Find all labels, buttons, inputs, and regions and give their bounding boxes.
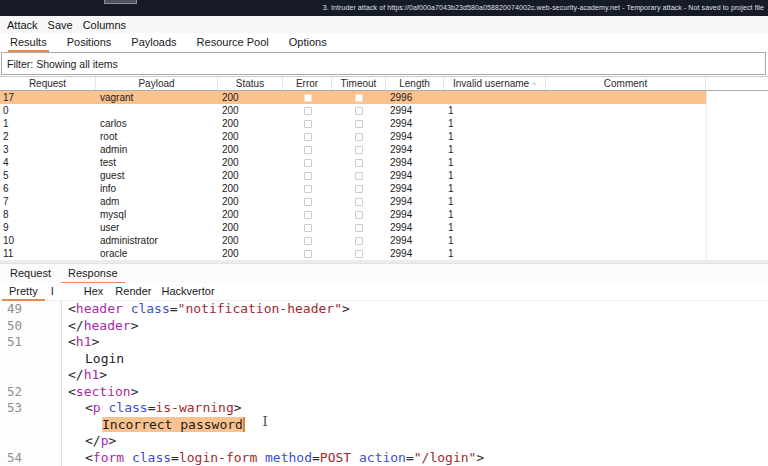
menu-item-save[interactable]: Save [48,19,73,31]
view-tab-i[interactable]: I [51,284,54,300]
error-checkbox[interactable] [304,211,312,219]
timeout-checkbox[interactable] [355,146,363,154]
cell-status: 200 [218,143,283,156]
table-row[interactable]: 4test20029941 [0,156,706,169]
cell-status: 200 [218,234,283,247]
timeout-checkbox[interactable] [355,185,363,193]
code-text: <section> [62,384,138,401]
timeout-checkbox[interactable] [355,198,363,206]
code-token: > [108,433,116,448]
view-tab-pretty[interactable]: Pretty [9,284,38,300]
column-header-timeout[interactable]: Timeout [332,77,386,90]
cell-invalid-username: 1 [444,130,546,143]
code-token: < [68,334,76,349]
line-number: 51 [0,334,62,351]
error-checkbox[interactable] [304,94,312,102]
cell-error [283,143,332,156]
error-checkbox[interactable] [304,107,312,115]
tab-positions[interactable]: Positions [67,34,112,51]
table-row[interactable]: 17vagrant2002996 [0,91,706,104]
error-checkbox[interactable] [304,224,312,232]
column-header-length[interactable]: Length [386,77,444,90]
cell-length: 2994 [386,234,444,247]
error-checkbox[interactable] [304,237,312,245]
tab-results[interactable]: Results [10,34,47,51]
view-tab-render[interactable]: Render [115,284,151,300]
table-row[interactable]: 5guest20029941 [0,169,706,182]
code-token: > [91,334,99,349]
timeout-checkbox[interactable] [355,94,363,102]
error-checkbox[interactable] [304,250,312,258]
cell-status: 200 [218,104,283,117]
table-row[interactable]: 2root20029941 [0,130,706,143]
table-row[interactable]: 7adm20029941 [0,195,706,208]
column-header-invalid-username[interactable]: Invalid username^ [444,77,546,90]
table-row[interactable]: 10administrator20029941 [0,234,706,247]
error-checkbox[interactable] [304,120,312,128]
timeout-checkbox[interactable] [355,211,363,219]
cell-length: 2994 [386,104,444,117]
timeout-checkbox[interactable] [355,133,363,141]
code-text: </header> [62,318,138,335]
view-tab-hackvertor[interactable]: Hackvertor [161,284,214,300]
tab-payloads[interactable]: Payloads [131,34,176,51]
cell-status: 200 [218,182,283,195]
table-row[interactable]: 11oracle20029941 [0,247,706,260]
cell-status: 200 [218,195,283,208]
column-header-payload[interactable]: Payload [96,77,218,90]
column-header-error[interactable]: Error [283,77,332,90]
timeout-checkbox[interactable] [355,107,363,115]
column-header-comment[interactable]: Comment [546,77,706,90]
table-row[interactable]: 9user20029941 [0,221,706,234]
timeout-checkbox[interactable] [355,159,363,167]
menu-item-attack[interactable]: Attack [7,19,38,31]
cell-payload: adm [96,195,218,208]
menu-item-columns[interactable]: Columns [83,19,126,31]
tab-resource-pool[interactable]: Resource Pool [197,34,269,51]
timeout-checkbox[interactable] [355,120,363,128]
table-row[interactable]: 3admin20029941 [0,143,706,156]
code-token: h1 [84,367,100,382]
error-checkbox[interactable] [304,185,312,193]
error-checkbox[interactable] [304,159,312,167]
error-checkbox[interactable] [304,133,312,141]
filter-bar[interactable]: Filter: Showing all items [1,52,766,75]
tab-options[interactable]: Options [289,34,327,51]
table-row[interactable]: 1carlos20029941 [0,117,706,130]
cell-timeout [332,247,386,260]
cell-error [283,195,332,208]
cell-error [283,130,332,143]
error-checkbox[interactable] [304,146,312,154]
table-row[interactable]: 6info20029941 [0,182,706,195]
message-view-tab-bar: PrettyIHexRenderHackvertor [0,283,768,301]
timeout-checkbox[interactable] [355,224,363,232]
cell-payload: administrator [96,234,218,247]
error-checkbox[interactable] [304,172,312,180]
code-line: Login [0,351,768,368]
code-line: 50</header> [0,318,768,335]
timeout-checkbox[interactable] [355,172,363,180]
line-number [0,351,62,368]
tab-response[interactable]: Response [68,265,118,282]
line-number: 49 [0,301,62,318]
cell-length: 2994 [386,169,444,182]
cell-request: 3 [0,143,96,156]
view-tab-hex[interactable]: Hex [84,284,104,300]
code-line: 54<form class=login-form method=POST act… [0,450,768,466]
tab-request[interactable]: Request [10,265,51,282]
table-row[interactable]: 020029941 [0,104,706,117]
code-token: is-warning [155,400,233,415]
code-token: </ [68,318,84,333]
cell-timeout [332,130,386,143]
column-header-request[interactable]: Request [0,77,96,90]
response-editor[interactable]: 49<header class="notification-header">50… [0,301,768,466]
column-header-status[interactable]: Status [218,77,283,90]
code-token: < [68,301,76,316]
timeout-checkbox[interactable] [355,237,363,245]
timeout-checkbox[interactable] [355,250,363,258]
table-row[interactable]: 8mysql20029941 [0,208,706,221]
error-checkbox[interactable] [304,198,312,206]
line-number: 54 [0,450,62,466]
code-token: = [171,450,179,465]
code-token: Login [85,351,124,366]
